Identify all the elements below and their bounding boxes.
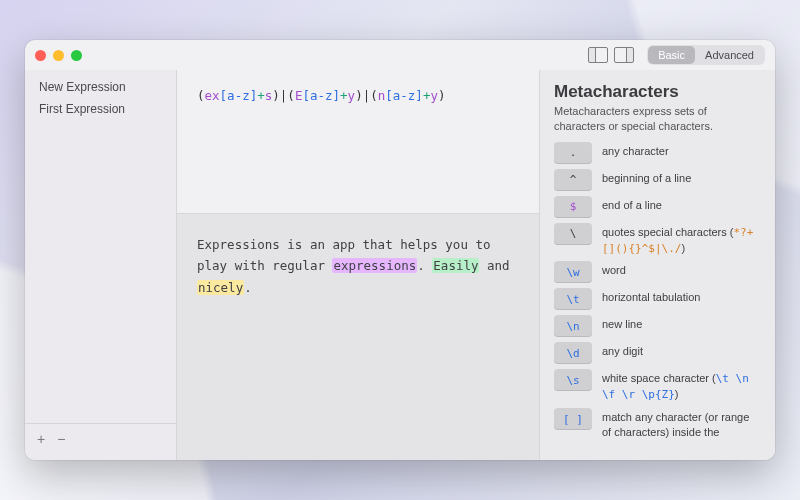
reference-desc: word	[602, 261, 626, 278]
sample-text-input[interactable]: Expressions is an app that helps you to …	[177, 214, 539, 460]
reference-row[interactable]: [ ]match any character (or range of char…	[554, 408, 761, 440]
segment-basic[interactable]: Basic	[648, 46, 695, 64]
reference-row[interactable]: $end of a line	[554, 196, 761, 218]
regex-token: [a-z]	[220, 88, 258, 103]
sidebar-footer: + −	[25, 423, 176, 454]
regex-token: )	[272, 88, 280, 103]
regex-token: [a-z]	[302, 88, 340, 103]
reference-mode-segmented[interactable]: Basic Advanced	[647, 45, 765, 65]
close-icon[interactable]	[35, 50, 46, 61]
reference-list: .any character^beginning of a line$end o…	[554, 142, 761, 445]
regex-token: (	[370, 88, 378, 103]
segment-advanced[interactable]: Advanced	[695, 46, 764, 64]
reference-panel: Metacharacters Metacharacters express se…	[539, 70, 775, 460]
expressions-sidebar: New Expression First Expression + −	[25, 70, 177, 460]
toggle-right-sidebar-icon[interactable]	[614, 47, 634, 63]
titlebar: Basic Advanced	[25, 40, 775, 70]
regex-token: y	[348, 88, 356, 103]
zoom-icon[interactable]	[71, 50, 82, 61]
regex-token: )	[438, 88, 446, 103]
reference-row[interactable]: \swhite space character (\t \n \f \r \p{…	[554, 369, 761, 403]
sample-text-p1: .	[417, 258, 432, 273]
add-expression-button[interactable]: +	[37, 432, 45, 446]
sidebar-item-first-expression[interactable]: First Expression	[25, 98, 176, 120]
regex-token: [a-z]	[385, 88, 423, 103]
sample-text-post: .	[244, 280, 252, 295]
reference-intro: Metacharacters express sets of character…	[554, 104, 761, 134]
layout-toggles	[588, 47, 634, 63]
reference-desc: white space character (\t \n \f \r \p{Z}…	[602, 369, 761, 403]
regex-input[interactable]: (ex[a-z]+s)|(E[a-z]+y)|(n[a-z]+y)	[177, 70, 539, 214]
reference-row[interactable]: \wword	[554, 261, 761, 283]
regex-token: (	[287, 88, 295, 103]
reference-desc: match any character (or range of charact…	[602, 408, 761, 440]
reference-row[interactable]: ^beginning of a line	[554, 169, 761, 191]
reference-desc: any character	[602, 142, 669, 159]
reference-row[interactable]: \quotes special characters (*?+[](){}^$|…	[554, 223, 761, 257]
regex-token: ex	[205, 88, 220, 103]
reference-key: \t	[554, 288, 592, 310]
sample-text-p2: and	[479, 258, 509, 273]
remove-expression-button[interactable]: −	[57, 432, 65, 446]
regex-token: +	[340, 88, 348, 103]
reference-key: $	[554, 196, 592, 218]
reference-row[interactable]: .any character	[554, 142, 761, 164]
app-window: Basic Advanced New Expression First Expr…	[25, 40, 775, 460]
sidebar-item-new-expression[interactable]: New Expression	[25, 76, 176, 98]
reference-desc: quotes special characters (*?+[](){}^$|\…	[602, 223, 761, 257]
reference-row[interactable]: \nnew line	[554, 315, 761, 337]
reference-desc: new line	[602, 315, 642, 332]
reference-key: \w	[554, 261, 592, 283]
reference-desc: any digit	[602, 342, 643, 359]
reference-desc: horizontal tabulation	[602, 288, 700, 305]
reference-key: \d	[554, 342, 592, 364]
regex-token: y	[430, 88, 438, 103]
minimize-icon[interactable]	[53, 50, 64, 61]
reference-key: ^	[554, 169, 592, 191]
match-3: nicely	[197, 280, 244, 295]
reference-row[interactable]: \thorizontal tabulation	[554, 288, 761, 310]
reference-title: Metacharacters	[554, 82, 761, 102]
toggle-left-sidebar-icon[interactable]	[588, 47, 608, 63]
reference-desc: beginning of a line	[602, 169, 691, 186]
regex-token: (	[197, 88, 205, 103]
reference-key: \n	[554, 315, 592, 337]
reference-row[interactable]: \dany digit	[554, 342, 761, 364]
match-2: Easily	[432, 258, 479, 273]
match-1: expressions	[332, 258, 417, 273]
regex-token: )	[355, 88, 363, 103]
regex-token: +	[257, 88, 265, 103]
reference-key: \	[554, 223, 592, 245]
reference-desc: end of a line	[602, 196, 662, 213]
reference-key: .	[554, 142, 592, 164]
reference-key: [ ]	[554, 408, 592, 430]
editor-area: (ex[a-z]+s)|(E[a-z]+y)|(n[a-z]+y) Expres…	[177, 70, 539, 460]
reference-key: \s	[554, 369, 592, 391]
